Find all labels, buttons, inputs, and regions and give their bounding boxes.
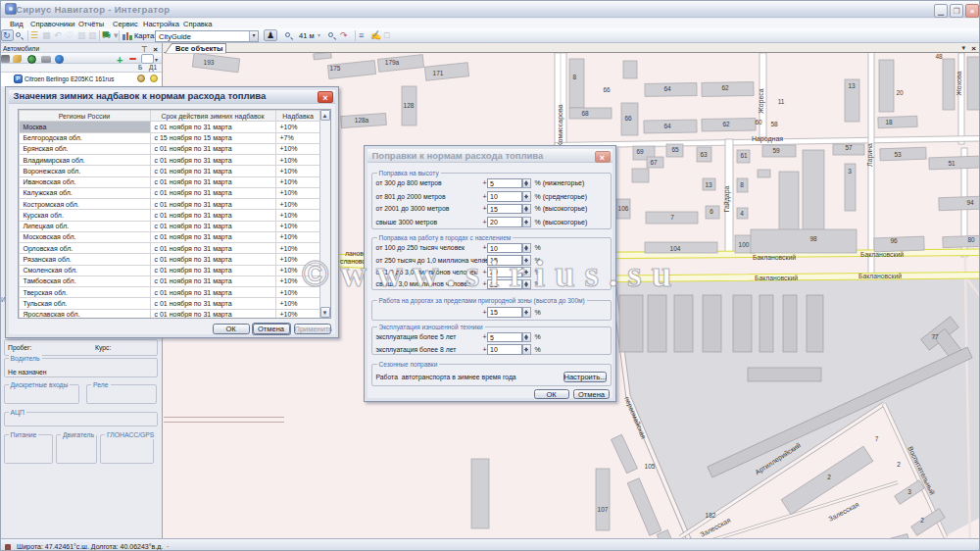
svg-text:Народная: Народная <box>752 135 783 143</box>
svg-text:Жореса: Жореса <box>758 88 765 114</box>
svg-text:Баклановский: Баклановский <box>860 251 904 258</box>
svg-text:62: 62 <box>722 121 730 127</box>
svg-text:64: 64 <box>663 85 671 92</box>
svg-text:Баклановский: Баклановский <box>753 254 796 261</box>
svg-text:67: 67 <box>650 159 658 166</box>
svg-text:128а: 128а <box>355 117 369 124</box>
svg-text:104: 104 <box>670 245 681 252</box>
svg-text:66: 66 <box>624 115 632 122</box>
svg-text:63: 63 <box>700 151 708 158</box>
svg-text:61: 61 <box>740 152 748 159</box>
svg-text:8: 8 <box>740 181 744 188</box>
svg-text:193: 193 <box>204 59 215 66</box>
svg-text:171: 171 <box>433 70 444 76</box>
svg-text:94: 94 <box>966 199 974 206</box>
svg-text:3: 3 <box>907 488 911 495</box>
svg-text:11: 11 <box>778 98 785 105</box>
svg-text:65: 65 <box>671 146 679 153</box>
svg-text:100: 100 <box>739 241 750 248</box>
svg-text:8: 8 <box>573 74 577 80</box>
svg-text:182: 182 <box>706 512 716 519</box>
svg-text:48: 48 <box>935 53 943 60</box>
svg-text:68: 68 <box>581 110 589 117</box>
svg-text:51: 51 <box>948 160 956 167</box>
svg-text:96: 96 <box>890 237 898 244</box>
svg-text:Баклановский: Баклановский <box>755 275 798 281</box>
svg-text:53: 53 <box>894 151 902 158</box>
svg-text:13: 13 <box>848 82 856 89</box>
svg-text:7: 7 <box>670 214 674 221</box>
svg-text:4: 4 <box>740 210 744 217</box>
svg-text:Ларина: Ларина <box>866 143 874 167</box>
svg-text:60: 60 <box>755 119 762 125</box>
svg-text:Гайдара: Гайдара <box>723 185 731 212</box>
svg-text:13: 13 <box>705 181 712 188</box>
svg-text:18: 18 <box>885 119 893 125</box>
svg-text:128: 128 <box>404 102 415 109</box>
svg-text:Жохова: Жохова <box>956 71 962 95</box>
svg-text:62: 62 <box>721 84 729 91</box>
svg-text:2: 2 <box>827 474 831 480</box>
svg-text:7: 7 <box>875 435 879 442</box>
svg-text:179а: 179а <box>385 59 400 66</box>
svg-text:80: 80 <box>967 236 975 243</box>
svg-text:Баклановский: Баклановский <box>858 273 902 279</box>
svg-text:59: 59 <box>772 147 780 154</box>
svg-text:105: 105 <box>645 463 656 470</box>
svg-text:57: 57 <box>845 144 853 151</box>
svg-text:2: 2 <box>920 517 924 524</box>
svg-text:20: 20 <box>896 89 904 96</box>
svg-text:64: 64 <box>663 123 671 129</box>
svg-text:106: 106 <box>618 205 629 212</box>
svg-text:107: 107 <box>598 506 609 513</box>
svg-text:69: 69 <box>636 148 644 155</box>
svg-text:175: 175 <box>330 65 341 72</box>
svg-text:2: 2 <box>897 461 901 468</box>
svg-text:6: 6 <box>710 208 713 215</box>
svg-text:Комиссарова: Комиссарова <box>557 104 564 146</box>
svg-text:77: 77 <box>931 333 939 340</box>
svg-text:98: 98 <box>809 235 817 242</box>
svg-text:66: 66 <box>603 86 611 93</box>
svg-text:3: 3 <box>848 168 852 175</box>
svg-text:58: 58 <box>770 121 778 127</box>
